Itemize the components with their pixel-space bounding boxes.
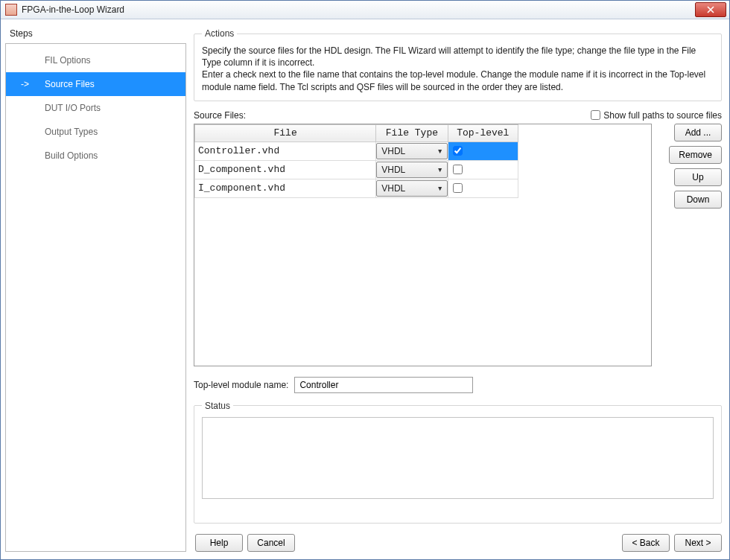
steps-header: Steps xyxy=(5,27,186,43)
back-button[interactable]: < Back xyxy=(622,534,670,552)
status-legend: Status xyxy=(202,401,233,411)
table-row[interactable]: D_component.vhd VHDL ▾ xyxy=(195,160,518,179)
step-source-files[interactable]: -> Source Files xyxy=(6,72,185,96)
next-button[interactable]: Next > xyxy=(674,534,722,552)
step-label: FIL Options xyxy=(45,55,91,66)
up-button[interactable]: Up xyxy=(674,168,722,186)
wizard-window: FPGA-in-the-Loop Wizard Steps FIL Option… xyxy=(0,0,730,560)
actions-group: Actions Specify the source files for the… xyxy=(194,28,722,101)
close-icon xyxy=(707,6,714,13)
window-title: FPGA-in-the-Loop Wizard xyxy=(20,4,695,15)
status-text xyxy=(202,417,714,499)
step-label: Build Options xyxy=(45,150,98,161)
table-row[interactable]: Controller.vhd VHDL ▾ xyxy=(195,141,518,160)
show-full-paths-checkbox[interactable]: Show full paths to source files xyxy=(591,110,722,121)
step-label: Source Files xyxy=(45,79,95,89)
body: Steps FIL Options -> Source Files DUT I/… xyxy=(1,19,729,559)
title-bar[interactable]: FPGA-in-the-Loop Wizard xyxy=(1,1,729,19)
chevron-down-icon: ▾ xyxy=(435,145,445,157)
down-button[interactable]: Down xyxy=(674,191,722,209)
cell-filetype: VHDL ▾ xyxy=(376,179,448,197)
top-module-label: Top-level module name: xyxy=(194,380,288,390)
steps-pane: Steps FIL Options -> Source Files DUT I/… xyxy=(1,19,191,559)
help-button[interactable]: Help xyxy=(195,534,243,552)
step-output-types[interactable]: Output Types xyxy=(6,120,185,144)
step-arrow-icon: -> xyxy=(21,79,29,89)
top-module-row: Top-level module name: xyxy=(194,377,722,393)
top-module-input[interactable] xyxy=(294,377,473,393)
cell-toplevel xyxy=(448,141,518,160)
filetype-select[interactable]: VHDL ▾ xyxy=(376,180,447,197)
right-pane: Actions Specify the source files for the… xyxy=(191,19,729,559)
close-button[interactable] xyxy=(695,2,726,17)
col-filetype[interactable]: File Type xyxy=(376,124,448,141)
filetype-select[interactable]: VHDL ▾ xyxy=(376,143,447,159)
source-files-label: Source Files: xyxy=(194,110,246,121)
toplevel-checkbox[interactable] xyxy=(453,183,463,193)
status-group: Status xyxy=(194,401,722,524)
filetype-value: VHDL xyxy=(381,165,434,175)
cell-file[interactable]: Controller.vhd xyxy=(195,141,376,160)
add-button[interactable]: Add ... xyxy=(674,124,722,141)
chevron-down-icon: ▾ xyxy=(435,182,445,194)
remove-button[interactable]: Remove xyxy=(669,146,722,164)
footer: Help Cancel < Back Next > xyxy=(194,529,722,553)
table-header-row: File File Type Top-level xyxy=(195,124,518,141)
cell-filetype: VHDL ▾ xyxy=(376,141,448,160)
cell-toplevel xyxy=(448,160,518,179)
actions-text-1: Specify the source files for the HDL des… xyxy=(202,45,714,69)
cancel-button[interactable]: Cancel xyxy=(247,534,295,552)
show-full-paths-label: Show full paths to source files xyxy=(603,110,722,121)
filetype-value: VHDL xyxy=(381,146,434,156)
cell-filetype: VHDL ▾ xyxy=(376,160,448,179)
actions-text-2: Enter a check next to the file name that… xyxy=(202,69,714,92)
source-table-wrap[interactable]: File File Type Top-level Controller.vhd xyxy=(194,124,652,366)
source-table: File File Type Top-level Controller.vhd xyxy=(194,124,518,198)
source-body: File File Type Top-level Controller.vhd xyxy=(194,124,722,366)
show-full-paths-input[interactable] xyxy=(591,110,600,120)
step-fil-options[interactable]: FIL Options xyxy=(6,48,185,72)
filetype-select[interactable]: VHDL ▾ xyxy=(376,162,447,178)
step-dut-io-ports[interactable]: DUT I/O Ports xyxy=(6,96,185,120)
col-file[interactable]: File xyxy=(195,124,376,141)
cell-file[interactable]: I_component.vhd xyxy=(195,179,376,197)
col-toplevel[interactable]: Top-level xyxy=(448,124,518,141)
table-row[interactable]: I_component.vhd VHDL ▾ xyxy=(195,179,518,197)
step-build-options[interactable]: Build Options xyxy=(6,144,185,168)
actions-legend: Actions xyxy=(202,28,237,39)
step-label: Output Types xyxy=(45,127,98,137)
filetype-value: VHDL xyxy=(381,183,434,194)
toplevel-checkbox[interactable] xyxy=(453,165,463,174)
app-icon xyxy=(5,4,17,16)
step-label: DUT I/O Ports xyxy=(45,103,101,113)
toplevel-checkbox[interactable] xyxy=(453,146,463,156)
source-header-row: Source Files: Show full paths to source … xyxy=(194,110,722,121)
cell-file[interactable]: D_component.vhd xyxy=(195,160,376,179)
cell-toplevel xyxy=(448,179,518,197)
source-buttons: Add ... Remove Up Down xyxy=(652,124,722,366)
steps-list: FIL Options -> Source Files DUT I/O Port… xyxy=(5,43,186,552)
chevron-down-icon: ▾ xyxy=(435,164,445,176)
